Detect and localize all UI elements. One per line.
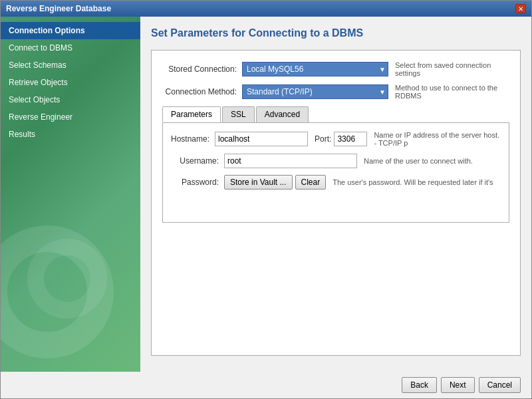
hostname-row: Hostname: Port: Name or IP address of th… xyxy=(171,131,501,147)
sidebar-item-connection-options[interactable]: Connection Options xyxy=(1,22,140,39)
back-button[interactable]: Back xyxy=(402,377,437,393)
clear-password-button[interactable]: Clear xyxy=(295,175,327,190)
stored-connection-hint: Select from saved connection settings xyxy=(395,61,509,77)
form-area: Stored Connection: Local MySQL56 ▼ Selec… xyxy=(151,50,521,356)
sidebar-decoration-2 xyxy=(27,239,107,319)
username-input[interactable] xyxy=(224,154,357,168)
connection-method-label: Connection Method: xyxy=(162,87,242,96)
main-window: Reverse Engineer Database ✕ Connection O… xyxy=(0,0,532,399)
footer-buttons: Back Next Cancel xyxy=(1,372,531,398)
password-controls: Store in Vault ... Clear xyxy=(224,175,326,190)
password-label: Password: xyxy=(171,178,224,187)
tabs-header: Parameters SSL Advanced xyxy=(162,106,509,123)
port-label: Port: xyxy=(315,134,331,144)
tab-ssl[interactable]: SSL xyxy=(222,106,255,122)
sidebar-item-select-schemas[interactable]: Select Schemas xyxy=(1,57,140,74)
main-content: Set Parameters for Connecting to a DBMS … xyxy=(140,17,531,372)
sidebar: Connection Options Connect to DBMS Selec… xyxy=(1,17,140,372)
tabs-container: Parameters SSL Advanced Hostname: xyxy=(162,106,509,223)
close-button[interactable]: ✕ xyxy=(515,4,526,13)
sidebar-nav: Connection Options Connect to DBMS Selec… xyxy=(1,17,140,148)
connection-method-row: Connection Method: Standard (TCP/IP) ▼ M… xyxy=(162,84,509,100)
next-button[interactable]: Next xyxy=(441,377,475,393)
hostname-port-group: Port: xyxy=(215,132,367,146)
username-hint: Name of the user to connect with. xyxy=(364,157,473,165)
password-hint: The user's password. Will be requested l… xyxy=(332,178,493,186)
content-area: Connection Options Connect to DBMS Selec… xyxy=(1,17,531,372)
username-label: Username: xyxy=(171,156,224,166)
port-input[interactable] xyxy=(334,132,367,146)
hostname-input[interactable] xyxy=(215,132,308,146)
tab-content-parameters: Hostname: Port: Name or IP address of th… xyxy=(162,123,509,223)
sidebar-item-results[interactable]: Results xyxy=(1,126,140,143)
sidebar-item-reverse-engineer[interactable]: Reverse Engineer xyxy=(1,108,140,126)
hostname-hint: Name or IP address of the server host. -… xyxy=(374,131,501,147)
hostname-label: Hostname: xyxy=(171,134,215,144)
store-in-vault-button[interactable]: Store in Vault ... xyxy=(224,175,293,190)
stored-connection-select[interactable]: Local MySQL56 xyxy=(242,62,388,76)
tab-parameters[interactable]: Parameters xyxy=(162,106,221,122)
tab-advanced[interactable]: Advanced xyxy=(256,106,309,122)
stored-connection-control: Local MySQL56 ▼ Select from saved connec… xyxy=(242,61,509,77)
stored-connection-label: Stored Connection: xyxy=(162,65,242,74)
username-row: Username: Name of the user to connect wi… xyxy=(171,154,501,168)
password-row: Password: Store in Vault ... Clear The u… xyxy=(171,175,501,190)
connection-method-dropdown-wrapper: Standard (TCP/IP) ▼ xyxy=(242,84,388,99)
page-title: Set Parameters for Connecting to a DBMS xyxy=(151,27,521,39)
window-title: Reverse Engineer Database xyxy=(6,4,111,13)
connection-method-select[interactable]: Standard (TCP/IP) xyxy=(242,84,388,99)
stored-connection-dropdown-wrapper: Local MySQL56 ▼ xyxy=(242,62,388,76)
stored-connection-row: Stored Connection: Local MySQL56 ▼ Selec… xyxy=(162,61,509,77)
sidebar-item-retrieve-objects[interactable]: Retrieve Objects xyxy=(1,74,140,91)
sidebar-item-select-objects[interactable]: Select Objects xyxy=(1,91,140,108)
connection-method-hint: Method to use to connect to the RDBMS xyxy=(395,84,509,100)
cancel-button[interactable]: Cancel xyxy=(479,377,521,393)
sidebar-item-connect-to-dbms[interactable]: Connect to DBMS xyxy=(1,39,140,57)
connection-method-control: Standard (TCP/IP) ▼ Method to use to con… xyxy=(242,84,509,100)
title-bar: Reverse Engineer Database ✕ xyxy=(1,1,531,17)
